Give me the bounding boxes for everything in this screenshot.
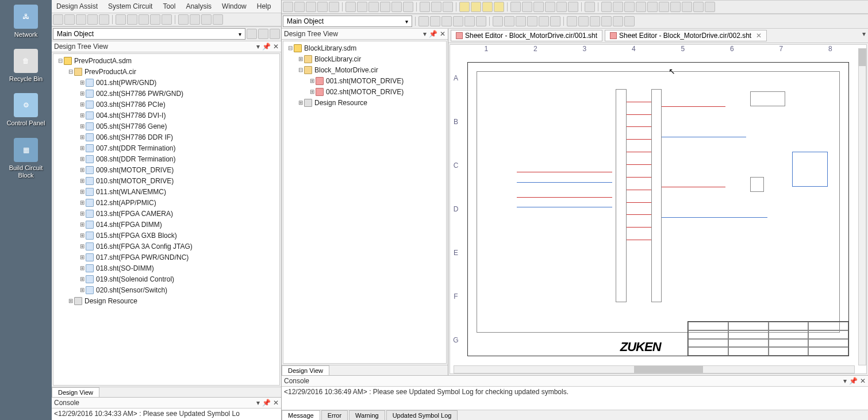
tb-redo-icon[interactable] — [403, 2, 413, 12]
tb-paste-icon[interactable] — [139, 14, 149, 25]
expand-icon[interactable]: ⊞ — [79, 145, 86, 151]
tab-overflow-icon[interactable]: ▾ — [862, 30, 866, 41]
tb-snap-icon[interactable] — [431, 2, 441, 12]
console-pin-icon[interactable]: 📌 — [849, 377, 858, 385]
schematic-canvas[interactable]: 12 34 56 78 AB CD EF G — [450, 44, 867, 374]
tree-sheet-004[interactable]: ⊞004.sht(SH7786 DVI-I) — [53, 110, 279, 121]
tree-sheet-019[interactable]: ⊞019.sht(Solenoid Control) — [53, 273, 279, 284]
tb-extra4-icon[interactable] — [693, 2, 704, 12]
tb-open-icon[interactable] — [294, 2, 305, 12]
tb-zoom-window-icon[interactable] — [636, 2, 646, 12]
tree-sheet-008[interactable]: ⊞008.sht(DDR Termination) — [53, 153, 279, 164]
tb-gnd-icon[interactable] — [550, 16, 560, 26]
right-design-tree[interactable]: ⊟ BlockLibrary.sdm ⊞ BlockLibrary.cir ⊟ … — [283, 41, 447, 364]
tb-power-icon[interactable] — [539, 16, 549, 26]
expand-icon[interactable]: ⊞ — [297, 99, 304, 106]
tree-sheet-018[interactable]: ⊞018.sht(SO-DIMM) — [53, 263, 279, 273]
tb-delete-icon[interactable] — [380, 2, 390, 12]
tb-junction-icon[interactable] — [516, 16, 526, 26]
tree-sheet-001[interactable]: ⊞ 001.sht(MOTOR_DRIVE) — [283, 75, 446, 86]
tb-undo-icon[interactable] — [391, 2, 402, 12]
expand-icon[interactable]: ⊞ — [79, 112, 86, 118]
tb-align-middle-icon[interactable] — [556, 2, 567, 12]
tb-save-icon[interactable] — [76, 14, 86, 25]
tb-ungroup-icon[interactable] — [624, 16, 635, 26]
tb-pan-icon[interactable] — [647, 2, 658, 12]
menu-help[interactable]: Help — [255, 1, 274, 11]
left-design-tree[interactable]: ⊟ PrevProductA.sdm ⊟ PrevProductA.cir ⊞0… — [53, 53, 280, 386]
tb-extra1-icon[interactable] — [659, 2, 669, 12]
desktop-recycle-bin[interactable]: 🗑 Recycle Bin — [9, 49, 43, 83]
console-tab-warning[interactable]: Warning — [349, 410, 385, 420]
tree-sheet-011[interactable]: ⊞011.sht(WLAN/EMMC) — [53, 186, 279, 197]
console-tab-error[interactable]: Error — [321, 410, 348, 420]
tb-new-icon[interactable] — [53, 14, 63, 25]
tb-misc-icon[interactable] — [178, 14, 189, 25]
tb-extra2-icon[interactable] — [670, 2, 681, 12]
expand-icon[interactable]: ⊞ — [79, 232, 86, 238]
tb-poly-icon[interactable] — [464, 16, 475, 26]
tb-copy-icon[interactable] — [357, 2, 367, 12]
expand-icon[interactable]: ⊞ — [79, 276, 86, 282]
collapse-icon[interactable]: ⊟ — [67, 68, 74, 75]
tree-sheet-015[interactable]: ⊞015.sht(FPGA GXB Block) — [53, 230, 279, 241]
tb-hilite2-icon[interactable] — [471, 2, 481, 12]
tree-sheet-017[interactable]: ⊞017.sht(FPGA PWR/GND/NC) — [53, 252, 279, 263]
expand-icon[interactable]: ⊞ — [79, 210, 86, 217]
expand-icon[interactable]: ⊞ — [79, 199, 86, 206]
tb-help-icon[interactable] — [585, 2, 595, 12]
desktop-network[interactable]: 🖧 Network — [14, 5, 38, 38]
tb-hilite3-icon[interactable] — [482, 2, 493, 12]
tree-project-root[interactable]: ⊟ BlockLibrary.sdm — [283, 43, 446, 53]
tb-cut-icon[interactable] — [345, 2, 356, 12]
expand-icon[interactable]: ⊞ — [79, 178, 86, 184]
tb-print-icon[interactable] — [329, 2, 339, 12]
console-tab-message[interactable]: Message — [282, 410, 320, 420]
tb-extra5-icon[interactable] — [705, 2, 715, 12]
expand-icon[interactable]: ⊞ — [79, 167, 86, 173]
tb-rect-icon[interactable] — [430, 16, 440, 26]
desktop-control-panel[interactable]: ⚙ Control Panel — [7, 93, 45, 127]
expand-icon[interactable]: ⊞ — [79, 134, 86, 140]
editor-tab-002[interactable]: Sheet Editor - Block_MotorDrive.cir/002.… — [605, 30, 767, 41]
tree-sheet-013[interactable]: ⊞013.sht(FPGA CAMERA) — [53, 208, 279, 219]
editor-tab-001[interactable]: Sheet Editor - Block_MotorDrive.cir/001.… — [451, 30, 602, 41]
tree-sheet-010[interactable]: ⊞010.sht(MOTOR_DRIVE) — [53, 175, 279, 186]
expand-icon[interactable]: ⊞ — [79, 101, 86, 107]
tb-print-icon[interactable] — [99, 14, 109, 25]
tree-menu-icon[interactable]: ▾ — [423, 30, 427, 38]
right-console-body[interactable]: <12/29/2016 10:36:49 AM> : Please see Up… — [282, 387, 868, 410]
tree-sheet-020[interactable]: ⊞020.sht(Sensor/Switch) — [53, 284, 279, 295]
tb-new-icon[interactable] — [283, 2, 293, 12]
tb-layer-icon[interactable] — [443, 2, 453, 12]
tb-port-icon[interactable] — [527, 16, 537, 26]
expand-icon[interactable]: ⊞ — [79, 243, 86, 249]
tree-close-icon[interactable]: ✕ — [273, 43, 279, 51]
main-object-combo[interactable]: Main Object ▾ — [283, 16, 412, 27]
tb-align-bottom-icon[interactable] — [568, 2, 578, 12]
tree-project-root[interactable]: ⊟ PrevProductA.sdm — [53, 55, 279, 66]
expand-icon[interactable]: ⊞ — [79, 123, 86, 129]
tb-zoom-in-icon[interactable] — [601, 2, 612, 12]
tree-pin-icon[interactable]: 📌 — [429, 30, 437, 38]
expand-icon[interactable]: ⊞ — [309, 88, 316, 95]
tree-sheet-014[interactable]: ⊞014.sht(FPGA DIMM) — [53, 219, 279, 230]
expand-icon[interactable]: ⊞ — [79, 79, 86, 86]
main-object-combo[interactable]: Main Object ▾ — [53, 28, 245, 40]
expand-icon[interactable]: ⊞ — [79, 188, 86, 195]
tb-grid-icon[interactable] — [420, 2, 430, 12]
expand-icon[interactable]: ⊞ — [79, 254, 86, 260]
tb-undo-icon[interactable] — [150, 14, 160, 25]
tree-sheet-006[interactable]: ⊞006.sht(SH7786 DDR IF) — [53, 132, 279, 142]
tree-sheet-007[interactable]: ⊞007.sht(DDR Termination) — [53, 142, 279, 153]
menu-window[interactable]: Window — [220, 1, 249, 11]
expand-icon[interactable]: ⊞ — [79, 221, 86, 228]
tb-c-icon[interactable] — [270, 29, 280, 39]
tb-align-top-icon[interactable] — [545, 2, 555, 12]
console-close-icon[interactable]: ✕ — [273, 399, 279, 407]
tb-hilite1-icon[interactable] — [459, 2, 470, 12]
tree-design-resource[interactable]: ⊞ Design Resource — [53, 295, 279, 306]
close-tab-icon[interactable]: ✕ — [756, 32, 762, 40]
tb-misc4-icon[interactable] — [213, 14, 223, 25]
tb-paste-icon[interactable] — [368, 2, 379, 12]
